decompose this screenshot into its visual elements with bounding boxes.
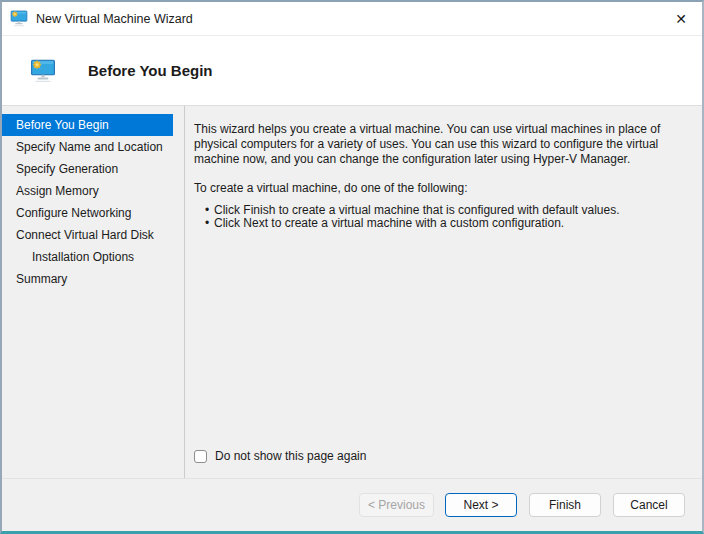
sidebar-item-before-you-begin[interactable]: Before You Begin xyxy=(2,114,173,136)
sidebar-item-connect-virtual-hard-disk[interactable]: Connect Virtual Hard Disk xyxy=(2,224,173,246)
sidebar-item-specify-name-and-location[interactable]: Specify Name and Location xyxy=(2,136,173,158)
next-button[interactable]: Next > xyxy=(445,493,517,517)
bullet-next-option: Click Next to create a virtual machine w… xyxy=(205,217,686,230)
page-content: This wizard helps you create a virtual m… xyxy=(185,106,702,478)
do-not-show-checkbox[interactable] xyxy=(194,450,207,463)
wizard-header: Before You Begin xyxy=(2,36,702,106)
do-not-show-checkbox-row[interactable]: Do not show this page again xyxy=(194,449,686,463)
wizard-step-list: Before You Begin Specify Name and Locati… xyxy=(2,106,185,478)
finish-button[interactable]: Finish xyxy=(529,493,601,517)
page-title: Before You Begin xyxy=(88,62,212,79)
instruction-text: To create a virtual machine, do one of t… xyxy=(194,181,686,195)
vm-header-icon xyxy=(30,59,56,83)
wizard-body: Before You Begin Specify Name and Locati… xyxy=(2,106,702,478)
window-title: New Virtual Machine Wizard xyxy=(36,12,660,26)
do-not-show-checkbox-label: Do not show this page again xyxy=(215,449,366,463)
close-button[interactable]: ✕ xyxy=(660,2,702,35)
wizard-window: New Virtual Machine Wizard ✕ xyxy=(0,0,704,534)
option-list: Click Finish to create a virtual machine… xyxy=(194,204,686,229)
cancel-button[interactable]: Cancel xyxy=(613,493,685,517)
wizard-footer: < Previous Next > Finish Cancel xyxy=(2,478,702,531)
sidebar-item-installation-options[interactable]: Installation Options xyxy=(2,246,173,268)
previous-button[interactable]: < Previous xyxy=(359,493,434,517)
sidebar-item-assign-memory[interactable]: Assign Memory xyxy=(2,180,173,202)
vm-wizard-icon xyxy=(10,10,28,27)
intro-paragraph: This wizard helps you create a virtual m… xyxy=(194,122,686,167)
sidebar-item-configure-networking[interactable]: Configure Networking xyxy=(2,202,173,224)
sidebar-item-specify-generation[interactable]: Specify Generation xyxy=(2,158,173,180)
sidebar-item-summary[interactable]: Summary xyxy=(2,268,173,290)
title-bar: New Virtual Machine Wizard ✕ xyxy=(2,2,702,36)
bullet-finish-option: Click Finish to create a virtual machine… xyxy=(205,204,686,217)
